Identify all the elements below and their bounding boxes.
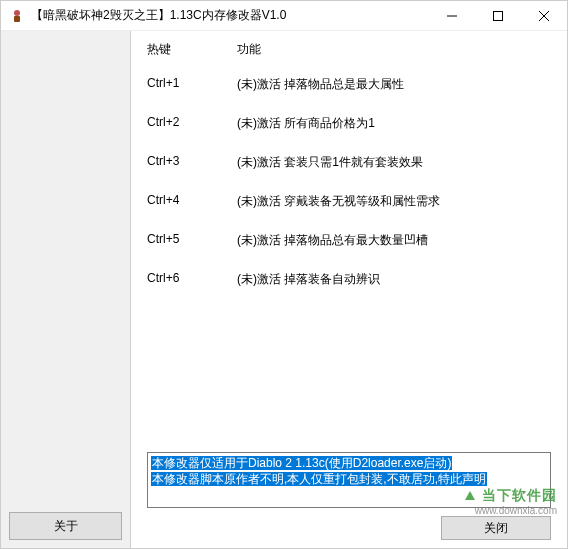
- hotkey-label: Ctrl+6: [147, 271, 237, 288]
- hotkey-row: Ctrl+6(未)激活 掉落装备自动辨识: [147, 271, 551, 288]
- function-label: (未)激活 掉落物品总是最大属性: [237, 76, 551, 93]
- hotkey-label: Ctrl+1: [147, 76, 237, 93]
- notice-box[interactable]: 本修改器仅适用于Diablo 2 1.13c(使用D2loader.exe启动)…: [147, 452, 551, 508]
- close-button[interactable]: 关闭: [441, 516, 551, 540]
- main-spacer: [147, 310, 551, 452]
- hotkey-row: Ctrl+3(未)激活 套装只需1件就有套装效果: [147, 154, 551, 171]
- svg-point-0: [14, 10, 20, 16]
- hotkey-list: Ctrl+1(未)激活 掉落物品总是最大属性Ctrl+2(未)激活 所有商品价格…: [147, 76, 551, 310]
- svg-rect-1: [14, 16, 20, 22]
- close-window-button[interactable]: [521, 1, 567, 30]
- window-controls: [429, 1, 567, 30]
- function-label: (未)激活 套装只需1件就有套装效果: [237, 154, 551, 171]
- minimize-button[interactable]: [429, 1, 475, 30]
- hotkey-label: Ctrl+3: [147, 154, 237, 171]
- hotkey-row: Ctrl+4(未)激活 穿戴装备无视等级和属性需求: [147, 193, 551, 210]
- table-header: 热键 功能: [147, 41, 551, 58]
- header-hotkey: 热键: [147, 41, 237, 58]
- app-icon: [9, 8, 25, 24]
- function-label: (未)激活 掉落装备自动辨识: [237, 271, 551, 288]
- sidebar-spacer: [1, 31, 130, 508]
- svg-rect-3: [494, 11, 503, 20]
- app-window: 【暗黑破坏神2毁灭之王】1.13C内存修改器V1.0 关于 热键 功能 Ctrl…: [0, 0, 568, 549]
- hotkey-row: Ctrl+1(未)激活 掉落物品总是最大属性: [147, 76, 551, 93]
- window-title: 【暗黑破坏神2毁灭之王】1.13C内存修改器V1.0: [31, 7, 429, 24]
- main-panel: 热键 功能 Ctrl+1(未)激活 掉落物品总是最大属性Ctrl+2(未)激活 …: [131, 31, 567, 548]
- function-label: (未)激活 掉落物品总有最大数量凹槽: [237, 232, 551, 249]
- maximize-button[interactable]: [475, 1, 521, 30]
- notice-line-1: 本修改器仅适用于Diablo 2 1.13c(使用D2loader.exe启动): [151, 456, 452, 470]
- hotkey-row: Ctrl+2(未)激活 所有商品价格为1: [147, 115, 551, 132]
- bottom-bar: 关闭: [147, 512, 551, 548]
- notice-line-2: 本修改器脚本原作者不明,本人仅重打包封装,不敢居功,特此声明: [151, 472, 487, 486]
- hotkey-label: Ctrl+4: [147, 193, 237, 210]
- hotkey-label: Ctrl+2: [147, 115, 237, 132]
- function-label: (未)激活 所有商品价格为1: [237, 115, 551, 132]
- hotkey-label: Ctrl+5: [147, 232, 237, 249]
- function-label: (未)激活 穿戴装备无视等级和属性需求: [237, 193, 551, 210]
- about-button[interactable]: 关于: [9, 512, 122, 540]
- sidebar: 关于: [1, 31, 131, 548]
- body-area: 关于 热键 功能 Ctrl+1(未)激活 掉落物品总是最大属性Ctrl+2(未)…: [1, 31, 567, 548]
- hotkey-row: Ctrl+5(未)激活 掉落物品总有最大数量凹槽: [147, 232, 551, 249]
- header-function: 功能: [237, 41, 551, 58]
- titlebar: 【暗黑破坏神2毁灭之王】1.13C内存修改器V1.0: [1, 1, 567, 31]
